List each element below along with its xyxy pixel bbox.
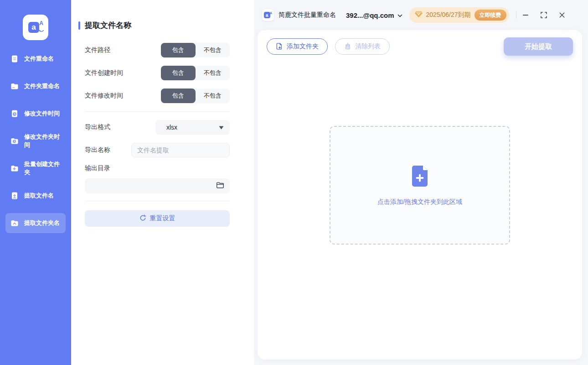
vip-diamond-icon xyxy=(415,11,423,20)
folder-export-icon xyxy=(10,219,19,228)
section-divider xyxy=(85,111,230,112)
toggle-option-include[interactable]: 包含 xyxy=(161,89,196,103)
chevron-down-icon xyxy=(219,124,224,131)
renew-button[interactable]: 立即续费 xyxy=(475,10,506,21)
field-label: 导出格式 xyxy=(85,123,110,131)
form-row-file-path: 文件路径 包含 不包含 xyxy=(85,43,230,57)
section-divider xyxy=(85,201,230,201)
titlebar: a A 简鹿文件批量重命名 392...@qq.com 2025/06/27到期… xyxy=(254,0,588,30)
folder-clock-icon xyxy=(10,136,19,146)
sidebar-item-extract-folder-name[interactable]: 提取文件夹名 xyxy=(5,213,66,233)
folder-icon xyxy=(10,82,19,91)
file-export-icon xyxy=(10,191,19,200)
sidebar-item-batch-create-folder[interactable]: 批量创建文件夹 xyxy=(5,158,66,178)
sidebar-item-folder-rename[interactable]: 文件夹重命名 xyxy=(5,76,66,96)
field-label: 文件修改时间 xyxy=(85,92,123,100)
field-label: 导出名称 xyxy=(85,146,110,154)
broom-icon xyxy=(344,42,351,51)
file-path-toggle[interactable]: 包含 不包含 xyxy=(161,43,230,57)
logo-A-glyph: A xyxy=(39,20,43,26)
chevron-down-icon xyxy=(397,11,402,19)
settings-form: 文件路径 包含 不包含 文件创建时间 包含 不包含 文件修改时间 包含 不包含 xyxy=(85,43,230,227)
logo-arrow-icon xyxy=(39,26,44,35)
reset-settings-button[interactable]: 重置设置 xyxy=(85,210,230,227)
clear-list-label: 清除列表 xyxy=(355,42,381,51)
reset-settings-label: 重置设置 xyxy=(150,214,175,223)
title-accent-bar xyxy=(78,21,80,30)
account-email: 392...@qq.com xyxy=(346,11,394,19)
sidebar-item-label: 批量创建文件夹 xyxy=(24,160,61,177)
license-badge: 2025/06/27到期 立即续费 xyxy=(409,7,509,23)
sidebar-item-modify-file-time[interactable]: 修改文件时间 xyxy=(5,104,66,124)
refresh-icon xyxy=(139,214,146,223)
form-row-create-time: 文件创建时间 包含 不包含 xyxy=(85,66,230,80)
export-name-input[interactable] xyxy=(131,143,230,157)
license-expiry: 2025/06/27到期 xyxy=(426,11,471,19)
close-icon[interactable] xyxy=(553,8,571,22)
toggle-option-include[interactable]: 包含 xyxy=(161,43,196,57)
sidebar-item-label: 文件重命名 xyxy=(24,55,54,63)
page-title: 提取文件名称 xyxy=(85,20,131,31)
maximize-button[interactable] xyxy=(535,8,553,22)
toolbar: 添加文件夹 清除列表 开始提取 xyxy=(258,30,582,55)
output-dir-label: 输出目录 xyxy=(85,164,230,172)
export-format-select[interactable]: xlsx xyxy=(155,120,230,135)
sidebar-item-label: 修改文件夹时间 xyxy=(24,133,61,149)
field-label: 文件创建时间 xyxy=(85,69,123,77)
output-dir-field[interactable] xyxy=(85,178,230,193)
add-folder-button[interactable]: 添加文件夹 xyxy=(267,38,328,55)
sidebar-nav: 文件重命名 文件夹重命名 修改文件时间 修改文件夹时间 xyxy=(0,49,71,233)
form-row-export-format: 导出格式 xlsx xyxy=(85,120,230,135)
file-icon xyxy=(10,54,19,63)
sidebar-item-label: 提取文件夹名 xyxy=(24,219,60,227)
folder-dropzone[interactable]: 点击添加/拖拽文件夹到此区域 xyxy=(330,126,510,245)
panel-title: 提取文件名称 xyxy=(78,20,254,31)
sidebar-item-extract-file-name[interactable]: 提取文件名 xyxy=(5,186,66,206)
file-add-icon xyxy=(408,164,432,190)
toggle-option-exclude[interactable]: 不包含 xyxy=(196,89,230,103)
sidebar: a A 文件重命名 文件夹重命名 xyxy=(0,0,71,365)
folder-plus-icon xyxy=(10,164,19,173)
create-time-toggle[interactable]: 包含 不包含 xyxy=(161,66,230,80)
file-plus-icon xyxy=(276,42,283,51)
settings-panel: 提取文件名称 文件路径 包含 不包含 文件创建时间 包含 不包含 文件修改时间 xyxy=(71,0,254,365)
add-folder-label: 添加文件夹 xyxy=(287,42,319,51)
logo-a-glyph: a xyxy=(264,12,270,18)
clear-list-button[interactable]: 清除列表 xyxy=(335,38,390,55)
modify-time-toggle[interactable]: 包含 不包含 xyxy=(161,89,230,103)
select-value: xlsx xyxy=(166,124,177,131)
output-dir-input[interactable] xyxy=(90,182,216,190)
form-row-modify-time: 文件修改时间 包含 不包含 xyxy=(85,89,230,103)
app-logo: a A xyxy=(23,15,48,40)
app-logo-small: a A xyxy=(262,9,274,21)
start-extract-button[interactable]: 开始提取 xyxy=(504,37,573,56)
folder-open-icon[interactable] xyxy=(216,182,224,191)
account-menu[interactable]: 392...@qq.com xyxy=(346,11,402,19)
sidebar-item-label: 文件夹重命名 xyxy=(24,82,60,90)
toggle-option-include[interactable]: 包含 xyxy=(161,66,196,80)
sidebar-item-label: 修改文件时间 xyxy=(24,110,60,118)
toggle-option-exclude[interactable]: 不包含 xyxy=(196,66,230,80)
workspace: a A 简鹿文件批量重命名 392...@qq.com 2025/06/27到期… xyxy=(254,0,588,365)
minimize-button[interactable] xyxy=(516,8,535,22)
file-list-card: 添加文件夹 清除列表 开始提取 点击添加/拖拽文件夹到此区域 xyxy=(258,30,582,360)
form-row-export-name: 导出名称 xyxy=(85,143,230,157)
sidebar-item-label: 提取文件名 xyxy=(24,192,54,200)
app-window: a A 文件重命名 文件夹重命名 xyxy=(0,0,588,365)
logo-a-glyph: a xyxy=(28,22,39,33)
toggle-option-exclude[interactable]: 不包含 xyxy=(196,43,230,57)
logo-A-glyph: A xyxy=(270,11,272,15)
field-label: 文件路径 xyxy=(85,46,110,54)
app-title: 简鹿文件批量重命名 xyxy=(279,11,336,19)
file-clock-icon xyxy=(10,109,19,118)
sidebar-item-modify-folder-time[interactable]: 修改文件夹时间 xyxy=(5,131,66,151)
dropzone-hint: 点击添加/拖拽文件夹到此区域 xyxy=(377,198,462,206)
sidebar-item-file-rename[interactable]: 文件重命名 xyxy=(5,49,66,69)
